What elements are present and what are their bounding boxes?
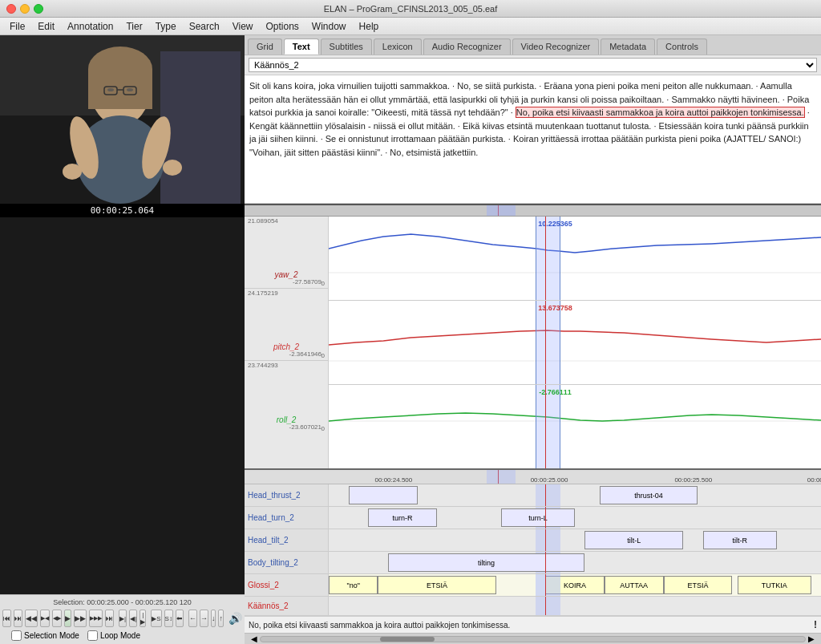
text-content[interactable]: Sit oli kans koira, joka virnuilien tuij… <box>245 75 821 204</box>
btn-forward-ann[interactable]: ◀▶ <box>52 610 62 627</box>
roll-current-value: -2.766111 <box>539 388 572 396</box>
signal-plot-pitch: 13.673758 <box>329 301 821 385</box>
btn-prev[interactable]: ⏭ <box>14 610 22 627</box>
menu-window[interactable]: Window <box>305 19 353 34</box>
tier-content-head-thrust[interactable]: thrust-04 <box>329 484 821 506</box>
ann-glossi-no[interactable]: "no" <box>329 576 378 594</box>
tilt-cursor <box>545 529 546 551</box>
h-scrollbar[interactable] <box>260 636 806 642</box>
btn-mark-start[interactable]: ◀| <box>129 610 137 627</box>
ann-glossi-auttaa[interactable]: AUTTAA <box>605 576 664 594</box>
tab-audio-recognizer[interactable]: Audio Recognizer <box>423 38 511 55</box>
btn-play[interactable]: ▶ <box>64 610 71 627</box>
pitch-max-val: 24.175219 <box>245 289 328 298</box>
btn-play-sel[interactable]: ▶S <box>151 610 161 627</box>
speaker-icon[interactable]: 🔊 <box>229 612 242 625</box>
btn-go-end[interactable]: ⏭ <box>105 610 114 627</box>
yaw-cursor <box>545 217 546 300</box>
tab-controls[interactable]: Controls <box>657 38 707 55</box>
btn-clear-sel[interactable]: ⬅ <box>176 610 184 627</box>
ann-tilting[interactable]: tilting <box>388 553 585 572</box>
menu-bar: File Edit Annotation Tier Type Search Vi… <box>0 18 821 35</box>
btn-stop[interactable]: ▶| <box>119 610 127 627</box>
traffic-lights <box>6 4 43 14</box>
menu-view[interactable]: View <box>226 19 260 34</box>
bottom-scroll[interactable]: ◀ ▶ <box>245 633 821 644</box>
tier-row-glossi: Glossi_2 "no" ETSIÄ <box>245 574 821 597</box>
text-highlighted: No, poika etsi kiivaasti sammakkoa ja ko… <box>516 107 805 118</box>
btn-mark-end[interactable]: |▶ <box>140 610 146 627</box>
btn-loop-sel[interactable]: S↕ <box>164 610 173 627</box>
tier-row-kaannos: Käännös_2 <box>245 597 821 616</box>
right-col: Grid Text Subtitles Lexicon Audio Recogn… <box>245 35 821 644</box>
btn-step-up[interactable]: ↑ <box>218 610 224 627</box>
svg-rect-2 <box>160 51 241 204</box>
scroll-left-btn[interactable]: ◀ <box>249 634 260 645</box>
btn-step-back[interactable]: ← <box>188 610 197 627</box>
loop-mode-label[interactable]: Loop Mode <box>87 630 140 641</box>
ann-thrust-2[interactable]: thrust-04 <box>600 486 698 504</box>
time-axis-selection <box>487 470 516 484</box>
menu-edit[interactable]: Edit <box>31 19 61 34</box>
tier-content-glossi[interactable]: "no" ETSIÄ KOIRA AUTTAA <box>329 574 821 596</box>
menu-type[interactable]: Type <box>149 19 183 34</box>
selection-mode-label[interactable]: Selection Mode <box>11 630 79 641</box>
scroll-right-btn[interactable]: ▶ <box>806 634 817 645</box>
tier-content-head-turn[interactable]: turn-R turn-L <box>329 507 821 529</box>
ann-thrust-1[interactable] <box>349 486 418 504</box>
turn-cursor <box>545 507 546 529</box>
yaw-selection <box>536 217 560 300</box>
ann-turn-r[interactable]: turn-R <box>368 508 437 527</box>
menu-options[interactable]: Options <box>260 19 305 34</box>
tab-grid[interactable]: Grid <box>248 38 282 55</box>
menu-annotation[interactable]: Annotation <box>61 19 119 34</box>
tier-selector: Käännös_2 Glossi_2 <box>245 55 821 75</box>
btn-back-fast[interactable]: ◀◀ <box>25 610 38 627</box>
ann-glossi-tutkia[interactable]: TUTKIA <box>738 576 811 594</box>
tier-label-glossi: Glossi_2 <box>245 574 329 596</box>
tier-content-kaannos[interactable] <box>329 597 821 615</box>
tab-subtitles[interactable]: Subtitles <box>321 38 372 55</box>
close-button[interactable] <box>6 4 16 14</box>
menu-file[interactable]: File <box>3 19 31 34</box>
menu-search[interactable]: Search <box>183 19 226 34</box>
tier-content-body-tilting[interactable]: tilting <box>329 552 821 573</box>
btn-step-down[interactable]: ↓ <box>211 610 216 627</box>
minimize-button[interactable] <box>20 4 30 14</box>
signal-plots: 10.225365 13.673758 <box>329 217 821 468</box>
loop-mode-checkbox[interactable] <box>87 630 98 641</box>
btn-step-fwd[interactable]: → <box>200 610 208 627</box>
left-col: 00:00:25.064 Selection: 00:00:25.000 - 0… <box>0 35 245 644</box>
h-scroll-thumb[interactable] <box>380 637 435 642</box>
btn-go-start[interactable]: ⏮ <box>2 610 11 627</box>
maximize-button[interactable] <box>34 4 43 14</box>
time-label-1: 00:00:24.500 <box>375 476 413 484</box>
tier-label-head-thrust: Head_thrust_2 <box>245 484 329 506</box>
title-bar: ELAN – ProGram_CFINSL2013_005_05.eaf <box>0 0 821 18</box>
thrust-selection <box>536 484 560 506</box>
tab-metadata[interactable]: Metadata <box>601 38 655 55</box>
timeline-ruler[interactable] <box>245 204 821 217</box>
tier-select[interactable]: Käännös_2 Glossi_2 <box>249 58 817 72</box>
signal-label-roll: 23.744293 roll_2 0 -23.607021 <box>245 361 328 433</box>
selection-mode-checkbox[interactable] <box>11 630 22 641</box>
tier-label-body-tilting: Body_tilting_2 <box>245 552 329 573</box>
ann-glossi-etsia1[interactable]: ETSIÄ <box>378 576 495 594</box>
signal-label-pitch: 24.175219 pitch_2 0 -2.3641946 <box>245 289 328 361</box>
tab-lexicon[interactable]: Lexicon <box>374 38 422 55</box>
ann-tilt-l[interactable]: tilt-L <box>584 531 683 549</box>
ann-tilt-r[interactable]: tilt-R <box>703 531 777 549</box>
ann-turn-l[interactable]: turn-L <box>501 508 575 527</box>
btn-fwd-fast[interactable]: ▶▶▶ <box>89 610 103 627</box>
menu-help[interactable]: Help <box>353 19 386 34</box>
svg-point-6 <box>107 88 114 91</box>
menu-tier[interactable]: Tier <box>119 19 148 34</box>
time-label-2: 00:00:25.000 <box>531 476 568 484</box>
tab-video-recognizer[interactable]: Video Recognizer <box>512 38 600 55</box>
body-cursor <box>545 552 546 573</box>
btn-back-ann[interactable]: ▶◀ <box>40 610 50 627</box>
ann-glossi-etsia2[interactable]: ETSIÄ <box>664 576 733 594</box>
tier-content-head-tilt[interactable]: tilt-L tilt-R <box>329 529 821 551</box>
tab-text[interactable]: Text <box>284 38 319 55</box>
btn-fwd[interactable]: ▶▶ <box>74 610 87 627</box>
